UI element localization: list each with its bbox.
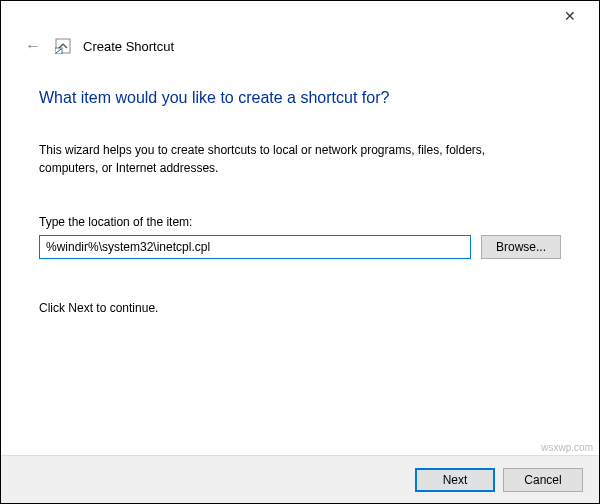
wizard-header: ← Create Shortcut [1,31,599,67]
titlebar: ✕ [1,1,599,31]
back-arrow-icon[interactable]: ← [25,37,43,55]
wizard-footer: Next Cancel [1,455,599,503]
location-input[interactable] [39,235,471,259]
location-row: Browse... [39,235,561,259]
page-heading: What item would you like to create a sho… [39,89,561,107]
close-icon: ✕ [564,8,576,24]
watermark: wsxwp.com [541,442,593,453]
next-button[interactable]: Next [415,468,495,492]
window-title: Create Shortcut [83,39,174,54]
location-label: Type the location of the item: [39,215,561,229]
continue-text: Click Next to continue. [39,301,561,315]
wizard-content: What item would you like to create a sho… [1,67,599,315]
cancel-button[interactable]: Cancel [503,468,583,492]
browse-button[interactable]: Browse... [481,235,561,259]
shortcut-icon [55,38,71,54]
description-text: This wizard helps you to create shortcut… [39,141,539,177]
close-button[interactable]: ✕ [555,1,585,31]
